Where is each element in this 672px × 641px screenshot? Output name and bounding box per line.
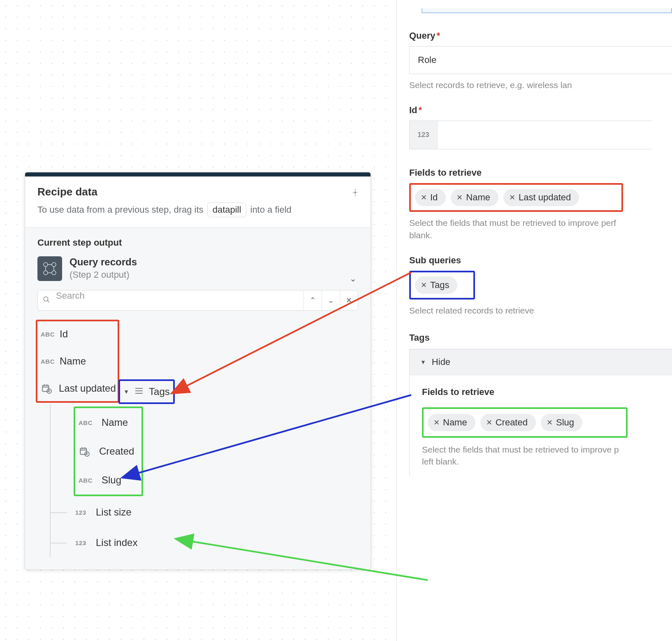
fields-hint: Select the fields that must be retrieved… [409,217,672,241]
datapill-tags-list[interactable]: ▼ Tags [122,381,170,402]
svg-point-1 [44,262,48,267]
fields-chip-box[interactable]: ✕Id ✕Name ✕Last updated [411,185,621,210]
tags-fields-highlight-green: ✕Name ✕Created ✕Slug [422,407,628,438]
type-datetime-icon [41,383,52,394]
query-input[interactable] [409,46,672,74]
type-abc-icon: ABC [79,419,95,426]
caret-down-icon: ▼ [420,359,426,365]
top-info-box-partial [422,8,672,13]
datapill-tags-name[interactable]: ABC Name [79,409,134,436]
datapill-tags-slug[interactable]: ABC Slug [79,467,134,494]
recipe-data-panel: Recipe data To use data from a previous … [25,172,371,570]
remove-icon[interactable]: ✕ [421,193,427,202]
tree-lines: ABC Name Created ABC Slug [50,404,358,557]
chip-id[interactable]: ✕Id [415,189,446,206]
chip-tags[interactable]: ✕Tags [415,276,457,294]
datapill-list-size[interactable]: 123 List size [51,496,358,528]
tags-fields-label: Fields to retrieve [422,387,672,397]
svg-rect-8 [80,448,86,454]
list-icon [134,387,144,397]
tags-fields-hint: Select the fields that must be retrieved… [422,444,672,468]
remove-icon[interactable]: ✕ [547,418,553,427]
chip-tags-name[interactable]: ✕Name [428,414,475,431]
recipe-subtitle: To use data from a previous step, drag i… [37,202,358,217]
query-hint: Select records to retrieve, e.g. wireles… [409,79,672,91]
remove-icon[interactable]: ✕ [456,193,463,202]
drag-handle-icon[interactable] [351,188,360,200]
chip-name[interactable]: ✕Name [451,189,498,206]
recipe-header: Recipe data To use data from a previous … [25,177,371,228]
id-label: Id* [409,105,672,116]
sub-queries-highlight-blue: ✕Tags [409,271,475,300]
tags-collapse: ▼ Hide Fields to retrieve ✕Name ✕Created… [409,349,672,476]
query-field-group: Query* Select records to retrieve, e.g. … [409,30,672,91]
step-subtitle: (Step 2 output) [70,269,137,280]
tags-hide-toggle[interactable]: ▼ Hide [410,349,672,375]
recipe-title: Recipe data [37,186,358,198]
top-fields-highlight-red: ABC Id ABC Name Last updated [36,320,119,403]
tags-collapse-body: Fields to retrieve ✕Name ✕Created ✕Slug … [410,375,672,476]
type-number-icon: 123 [75,539,93,546]
svg-point-3 [44,271,48,275]
query-label: Query* [409,30,672,41]
svg-point-2 [52,262,56,267]
svg-point-0 [355,192,356,193]
search-prev-button[interactable]: ⌃ [304,290,322,310]
step-title: Query records [70,256,137,268]
fields-label: Fields to retrieve [409,167,672,178]
current-step-output-heading: Current step output [37,237,358,248]
chip-tags-slug[interactable]: ✕Slug [541,414,582,431]
type-datetime-icon [79,446,90,457]
datapill-last-updated[interactable]: Last updated [38,376,116,400]
tags-highlight-blue: ▼ Tags [118,379,175,404]
type-abc-icon: ABC [79,477,95,484]
svg-point-5 [44,297,48,301]
sub-queries-label: Sub queries [409,255,672,266]
remove-icon[interactable]: ✕ [433,418,440,427]
search-icon [43,296,50,305]
sub-queries-hint: Select related records to retrieve [409,304,672,316]
tags-children-highlight-green: ABC Name Created ABC Slug [74,406,143,496]
remove-icon[interactable]: ✕ [421,281,427,290]
id-input-box[interactable]: 123 [409,121,652,149]
search-row: ⌃ ⌄ ✕ [37,290,358,311]
search-next-button[interactable]: ⌄ [322,290,340,310]
form-panel: Query* Select records to retrieve, e.g. … [396,0,672,641]
chip-tags-created[interactable]: ✕Created [480,414,536,431]
datapill-chip: datapill [207,202,247,217]
tags-section-label: Tags [409,332,672,343]
search-clear-button[interactable]: ✕ [340,290,358,310]
type-number-icon: 123 [75,509,93,516]
id-field-group: Id* 123 [409,105,672,149]
id-type-prefix: 123 [410,121,438,149]
search-input[interactable] [38,290,175,301]
tags-section-group: Tags ▼ Hide Fields to retrieve ✕Name ✕Cr… [409,332,672,476]
recipe-body: Current step output Query records (Step … [25,228,371,569]
type-abc-icon: ABC [41,331,57,338]
step-icon [37,256,62,281]
panel-top-bar [25,172,371,177]
datapill-name[interactable]: ABC Name [38,346,116,376]
tags-fields-chip-box[interactable]: ✕Name ✕Created ✕Slug [424,409,626,436]
remove-icon[interactable]: ✕ [486,418,492,427]
datapill-tags-created[interactable]: Created [79,436,134,467]
step-caret-icon[interactable]: ⌄ [350,274,357,283]
chip-last-updated[interactable]: ✕Last updated [503,189,579,206]
datapill-list-index[interactable]: 123 List index [51,528,358,557]
fields-highlight-red: ✕Id ✕Name ✕Last updated [409,183,623,212]
svg-rect-6 [42,385,49,391]
sub-queries-chip-box[interactable]: ✕Tags [411,272,473,298]
remove-icon[interactable]: ✕ [509,193,515,202]
datapill-id[interactable]: ABC Id [38,322,116,346]
fields-to-retrieve-group: Fields to retrieve ✕Id ✕Name ✕Last updat… [409,167,672,241]
caret-down-icon: ▼ [123,388,129,395]
sub-queries-group: Sub queries ✕Tags Select related records… [409,255,672,316]
step-block[interactable]: Query records (Step 2 output) ⌄ [37,256,358,281]
svg-point-4 [52,271,56,275]
type-abc-icon: ABC [41,358,57,365]
